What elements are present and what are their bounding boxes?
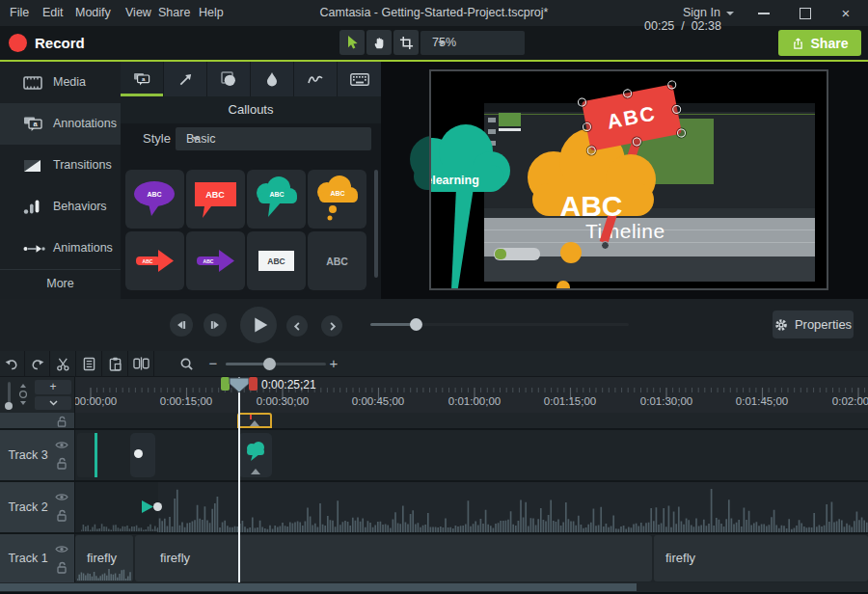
- timeline-ruler[interactable]: 0:00:00;00 0:00:15;00 0:00:30;00 0:00:45…: [75, 377, 868, 413]
- sidebar-item-animations[interactable]: Animations: [0, 228, 121, 269]
- callout-tile-text-plain[interactable]: ABC: [308, 231, 366, 290]
- clip-firefly-1[interactable]: firefly: [75, 535, 133, 581]
- clip-track3-b[interactable]: [130, 433, 155, 477]
- canvas-zoom-select[interactable]: 75%: [420, 31, 525, 55]
- timeline-zoom-handle[interactable]: [263, 358, 276, 370]
- eye-icon[interactable]: [55, 545, 68, 554]
- clip-dot: [153, 502, 162, 511]
- timeline-zoom-button[interactable]: [172, 351, 201, 376]
- menu-help[interactable]: Help: [193, 0, 230, 26]
- sidebar-item-annotations[interactable]: a Annotations: [0, 103, 121, 145]
- maximize-button[interactable]: [793, 0, 818, 26]
- clip-track3-callout[interactable]: [238, 433, 272, 477]
- properties-button[interactable]: Properties: [773, 310, 854, 338]
- tab-blur[interactable]: [251, 62, 294, 96]
- add-track-button[interactable]: +: [35, 380, 71, 394]
- callout-elearning-cloud[interactable]: elearning: [429, 122, 518, 290]
- callout-tab-icon: a: [133, 72, 150, 87]
- cut-button[interactable]: [50, 351, 76, 376]
- copy-button[interactable]: [76, 351, 102, 376]
- track-options-button[interactable]: [35, 396, 71, 410]
- style-select[interactable]: Basic: [176, 127, 371, 150]
- track-height-handle[interactable]: [5, 402, 13, 410]
- callout-tile-cloud-teal[interactable]: ABC: [247, 170, 306, 229]
- tab-arrows[interactable]: [164, 62, 207, 96]
- tab-keystrokes[interactable]: [338, 62, 381, 96]
- crop-tool-button[interactable]: [393, 30, 419, 55]
- jump-forward-button[interactable]: [321, 315, 342, 337]
- callout-tile-text-box[interactable]: ABC: [247, 231, 306, 290]
- eye-icon[interactable]: [55, 441, 68, 449]
- copy-icon: [83, 357, 95, 371]
- track-header-2[interactable]: Track 2: [0, 482, 74, 532]
- pan-tool-button[interactable]: [366, 30, 392, 55]
- svg-text:ABC: ABC: [330, 190, 344, 197]
- timeline-hscrollbar-thumb[interactable]: [0, 583, 637, 591]
- scrubber-handle[interactable]: [410, 318, 422, 331]
- svg-text:ABC: ABC: [203, 258, 214, 264]
- lock-icon[interactable]: [56, 509, 68, 522]
- select-tool-button[interactable]: [339, 30, 365, 55]
- clip-keyframe-dot[interactable]: [134, 449, 143, 458]
- callout-tile-speech-purple[interactable]: ABC: [125, 170, 184, 229]
- clip-firefly-3[interactable]: firefly: [654, 535, 868, 581]
- clip-selected-partial[interactable]: [237, 413, 272, 428]
- split-button[interactable]: [128, 351, 154, 376]
- callout-tile-arrow-purple[interactable]: ABC: [186, 231, 245, 290]
- track-1-content[interactable]: firefly firefly firefly: [75, 534, 868, 582]
- jump-back-button[interactable]: [286, 315, 308, 337]
- minimize-button[interactable]: [751, 0, 776, 26]
- callout-tile-arrow-red[interactable]: ABC: [125, 231, 184, 290]
- video-canvas[interactable]: Timeline elearning ABC ABC: [429, 69, 828, 290]
- sidebar-item-media[interactable]: Media: [0, 62, 121, 103]
- share-button[interactable]: Share: [778, 30, 861, 56]
- clip-firefly-2[interactable]: firefly: [135, 535, 652, 581]
- playhead-marker[interactable]: [229, 377, 250, 393]
- track-name: Track 2: [0, 482, 56, 532]
- callout-tile-thought-orange[interactable]: ABC: [308, 170, 366, 229]
- menu-share[interactable]: Share: [152, 0, 196, 26]
- tab-callouts[interactable]: a: [121, 62, 164, 96]
- menu-edit[interactable]: Edit: [37, 0, 69, 26]
- tab-shapes[interactable]: [207, 62, 251, 96]
- eye-icon[interactable]: [55, 493, 68, 501]
- clip-expand-arrow[interactable]: [250, 420, 259, 426]
- clip-track3-a[interactable]: [77, 433, 98, 477]
- selection-handle[interactable]: [582, 122, 592, 132]
- sidebar-item-transitions[interactable]: Transitions: [0, 145, 121, 186]
- next-frame-button[interactable]: [203, 313, 227, 337]
- lock-icon[interactable]: [56, 457, 68, 470]
- tab-sketch[interactable]: [294, 62, 338, 96]
- close-button[interactable]: ×: [833, 0, 858, 26]
- selection-handle[interactable]: [577, 97, 587, 108]
- magnifier-icon: [179, 357, 194, 371]
- panel-scrollbar[interactable]: [374, 170, 378, 278]
- zoom-in-button[interactable]: +: [326, 351, 341, 376]
- sidebar-more-button[interactable]: More: [0, 269, 121, 297]
- menu-modify[interactable]: Modify: [69, 0, 117, 26]
- callout-tile-speech-red[interactable]: ABC: [186, 170, 245, 229]
- track-3-content[interactable]: [75, 430, 868, 480]
- record-button[interactable]: Record: [35, 26, 85, 60]
- paste-button[interactable]: [102, 351, 128, 376]
- undo-button[interactable]: [0, 351, 25, 376]
- redo-button[interactable]: [25, 351, 50, 376]
- prev-frame-button[interactable]: [170, 313, 193, 337]
- lock-icon[interactable]: [56, 561, 68, 574]
- record-icon[interactable]: [9, 34, 27, 52]
- lock-icon[interactable]: [56, 416, 68, 427]
- zoom-out-button[interactable]: −: [205, 351, 221, 376]
- playhead-line[interactable]: [238, 377, 240, 584]
- track-header-3[interactable]: Track 3: [0, 430, 74, 480]
- sidebar-item-behaviors[interactable]: Behaviors: [0, 186, 121, 228]
- timeline-hscrollbar[interactable]: [0, 582, 868, 592]
- playhead-out-handle[interactable]: [249, 377, 258, 391]
- play-button[interactable]: [240, 307, 277, 343]
- menu-file[interactable]: File: [4, 0, 35, 26]
- selection-handle[interactable]: [666, 80, 677, 91]
- clip-expand-arrow[interactable]: [251, 469, 260, 474]
- selection-handle[interactable]: [622, 89, 633, 99]
- track-header-1[interactable]: Track 1: [0, 534, 74, 582]
- track-2-content[interactable]: gsp-video: [75, 482, 868, 532]
- style-value: Basic: [186, 127, 216, 150]
